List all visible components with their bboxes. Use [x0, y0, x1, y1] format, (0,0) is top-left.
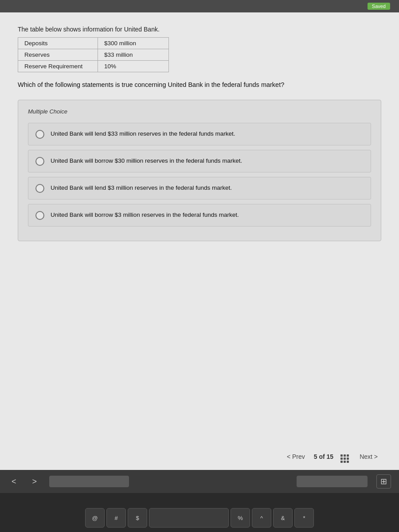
- key-hash[interactable]: #: [106, 508, 126, 528]
- key-ampersand[interactable]: &: [273, 508, 293, 528]
- next-label: Next >: [360, 453, 378, 460]
- table-intro: The table below shows information for Un…: [18, 26, 381, 33]
- back-button[interactable]: <: [8, 475, 20, 488]
- reserves-label: Reserves: [18, 49, 98, 61]
- key-percent[interactable]: %: [231, 508, 250, 528]
- multiple-choice-container: Multiple Choice United Bank will lend $3…: [18, 100, 381, 241]
- search-input[interactable]: [49, 476, 129, 487]
- screen-wrapper: Saved The table below shows information …: [0, 0, 399, 532]
- page-info-text: 5 of 15: [314, 453, 333, 460]
- choice-item-c[interactable]: United Bank will lend $3 million reserve…: [28, 177, 371, 200]
- next-button[interactable]: Next >: [356, 451, 381, 462]
- prev-label: < Prev: [287, 453, 305, 460]
- choice-text-c: United Bank will lend $3 million reserve…: [51, 184, 232, 192]
- status-bar: Saved: [0, 0, 399, 12]
- nav-footer: < Prev 5 of 15 Next >: [0, 446, 399, 470]
- keyboard-row: @ # $ % ^ & *: [0, 493, 399, 532]
- reserve-req-value: 10%: [98, 61, 169, 72]
- grid-icon: [339, 450, 351, 463]
- table-row-reserve-req: Reserve Requirement 10%: [18, 61, 169, 72]
- content-area: The table below shows information for Un…: [0, 12, 399, 446]
- address-bar[interactable]: [297, 476, 368, 487]
- prev-button[interactable]: < Prev: [283, 451, 309, 462]
- radio-c[interactable]: [35, 184, 44, 193]
- choice-text-b: United Bank will borrow $30 million rese…: [51, 156, 242, 165]
- key-at[interactable]: @: [85, 508, 105, 528]
- key-asterisk[interactable]: *: [294, 508, 314, 528]
- page-indicator: 5 of 15: [314, 453, 333, 460]
- radio-d[interactable]: [35, 211, 44, 220]
- radio-a[interactable]: [35, 130, 44, 139]
- new-tab-button[interactable]: ⊞: [376, 474, 391, 489]
- info-table: Deposits $300 million Reserves $33 milli…: [18, 37, 169, 72]
- table-row-deposits: Deposits $300 million: [18, 38, 169, 49]
- deposits-label: Deposits: [18, 38, 98, 49]
- radio-b[interactable]: [35, 157, 44, 166]
- deposits-value: $300 million: [98, 38, 169, 49]
- mc-label: Multiple Choice: [28, 108, 371, 115]
- key-space[interactable]: [149, 508, 229, 528]
- choice-item-a[interactable]: United Bank will lend $33 million reserv…: [28, 123, 371, 145]
- table-row-reserves: Reserves $33 million: [18, 49, 169, 61]
- choice-item-b[interactable]: United Bank will borrow $30 million rese…: [28, 150, 371, 172]
- key-caret[interactable]: ^: [252, 508, 271, 528]
- saved-badge: Saved: [368, 3, 390, 10]
- choice-text-d: United Bank will borrow $3 million reser…: [51, 211, 239, 219]
- key-dollar[interactable]: $: [128, 508, 147, 528]
- choice-item-d[interactable]: United Bank will borrow $3 million reser…: [28, 204, 371, 227]
- reserve-req-label: Reserve Requirement: [18, 61, 98, 72]
- reserves-value: $33 million: [98, 49, 169, 61]
- choice-text-a: United Bank will lend $33 million reserv…: [51, 129, 235, 138]
- forward-button[interactable]: >: [29, 475, 41, 488]
- question-text: Which of the following statements is tru…: [18, 80, 381, 90]
- taskbar: < > ⊞: [0, 470, 399, 493]
